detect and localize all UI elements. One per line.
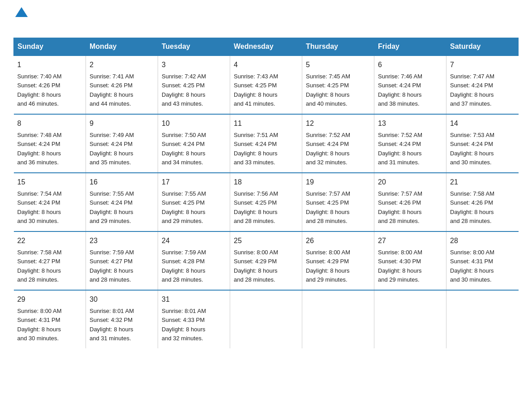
day-number: 22 (17, 235, 82, 246)
calendar-cell: 27 Sunrise: 8:00 AMSunset: 4:30 PMDaylig… (374, 231, 446, 290)
calendar-week-row: 22 Sunrise: 7:58 AMSunset: 4:27 PMDaylig… (14, 231, 519, 290)
day-info: Sunrise: 8:01 AMSunset: 4:33 PMDaylight:… (162, 308, 206, 342)
calendar-cell: 23 Sunrise: 7:59 AMSunset: 4:27 PMDaylig… (86, 231, 158, 290)
day-number: 25 (234, 235, 298, 246)
day-number: 17 (162, 177, 226, 188)
day-info: Sunrise: 8:01 AMSunset: 4:32 PMDaylight:… (90, 308, 134, 342)
day-info: Sunrise: 8:00 AMSunset: 4:31 PMDaylight:… (450, 249, 494, 283)
day-info: Sunrise: 7:56 AMSunset: 4:25 PMDaylight:… (234, 190, 278, 224)
calendar-cell: 22 Sunrise: 7:58 AMSunset: 4:27 PMDaylig… (14, 231, 86, 290)
calendar-week-row: 15 Sunrise: 7:54 AMSunset: 4:24 PMDaylig… (14, 173, 519, 231)
day-number: 27 (378, 235, 442, 246)
day-number: 6 (378, 60, 442, 70)
calendar-cell: 4 Sunrise: 7:43 AMSunset: 4:25 PMDayligh… (230, 56, 302, 114)
day-of-week-header: Saturday (446, 38, 519, 56)
calendar-cell: 5 Sunrise: 7:45 AMSunset: 4:25 PMDayligh… (302, 56, 374, 114)
calendar-cell: 17 Sunrise: 7:55 AMSunset: 4:25 PMDaylig… (158, 173, 230, 231)
calendar-cell: 8 Sunrise: 7:48 AMSunset: 4:24 PMDayligh… (14, 114, 86, 173)
calendar-cell: 20 Sunrise: 7:57 AMSunset: 4:26 PMDaylig… (374, 173, 446, 231)
day-of-week-header: Sunday (14, 38, 86, 56)
day-info: Sunrise: 7:41 AMSunset: 4:26 PMDaylight:… (90, 73, 134, 107)
day-number: 16 (90, 177, 154, 188)
calendar-week-row: 29 Sunrise: 8:00 AMSunset: 4:31 PMDaylig… (14, 290, 519, 348)
calendar-cell: 15 Sunrise: 7:54 AMSunset: 4:24 PMDaylig… (14, 173, 86, 231)
day-number: 11 (234, 118, 298, 129)
day-info: Sunrise: 7:59 AMSunset: 4:27 PMDaylight:… (90, 249, 134, 283)
calendar-header-row: SundayMondayTuesdayWednesdayThursdayFrid… (14, 38, 519, 56)
logo-bottom-row: General (13, 14, 62, 29)
day-info: Sunrise: 7:43 AMSunset: 4:25 PMDaylight:… (234, 73, 278, 107)
day-number: 12 (306, 118, 370, 129)
day-info: Sunrise: 7:51 AMSunset: 4:24 PMDaylight:… (234, 132, 278, 166)
day-number: 30 (90, 294, 154, 305)
day-of-week-header: Friday (374, 38, 446, 56)
day-number: 28 (450, 235, 515, 246)
day-info: Sunrise: 7:57 AMSunset: 4:26 PMDaylight:… (378, 190, 422, 224)
day-number: 7 (450, 60, 515, 70)
day-info: Sunrise: 7:46 AMSunset: 4:24 PMDaylight:… (378, 73, 422, 107)
day-number: 23 (90, 235, 154, 246)
calendar-cell: 2 Sunrise: 7:41 AMSunset: 4:26 PMDayligh… (86, 56, 158, 114)
calendar-cell: 26 Sunrise: 8:00 AMSunset: 4:29 PMDaylig… (302, 231, 374, 290)
calendar-cell: 24 Sunrise: 7:59 AMSunset: 4:28 PMDaylig… (158, 231, 230, 290)
day-info: Sunrise: 7:48 AMSunset: 4:24 PMDaylight:… (17, 132, 62, 166)
day-info: Sunrise: 7:55 AMSunset: 4:24 PMDaylight:… (90, 190, 134, 224)
calendar-cell: 18 Sunrise: 7:56 AMSunset: 4:25 PMDaylig… (230, 173, 302, 231)
calendar-cell: 13 Sunrise: 7:52 AMSunset: 4:24 PMDaylig… (374, 114, 446, 173)
day-info: Sunrise: 8:00 AMSunset: 4:30 PMDaylight:… (378, 249, 422, 283)
page-header: General (13, 9, 519, 29)
day-number: 10 (162, 118, 226, 129)
calendar-cell: 1 Sunrise: 7:40 AMSunset: 4:26 PMDayligh… (14, 56, 86, 114)
day-info: Sunrise: 7:42 AMSunset: 4:25 PMDaylight:… (162, 73, 206, 107)
calendar-cell: 25 Sunrise: 8:00 AMSunset: 4:29 PMDaylig… (230, 231, 302, 290)
day-of-week-header: Monday (86, 38, 158, 56)
day-of-week-header: Tuesday (158, 38, 230, 56)
day-number: 5 (306, 60, 370, 70)
calendar-table: SundayMondayTuesdayWednesdayThursdayFrid… (13, 38, 519, 348)
day-number: 21 (450, 177, 515, 188)
day-info: Sunrise: 7:55 AMSunset: 4:25 PMDaylight:… (162, 190, 206, 224)
calendar-cell (374, 290, 446, 348)
calendar-cell: 28 Sunrise: 8:00 AMSunset: 4:31 PMDaylig… (446, 231, 519, 290)
calendar-cell: 19 Sunrise: 7:57 AMSunset: 4:25 PMDaylig… (302, 173, 374, 231)
day-number: 13 (378, 118, 442, 129)
day-number: 14 (450, 118, 515, 129)
logo: General (13, 9, 62, 29)
calendar-cell: 6 Sunrise: 7:46 AMSunset: 4:24 PMDayligh… (374, 56, 446, 114)
day-info: Sunrise: 7:40 AMSunset: 4:26 PMDaylight:… (17, 73, 62, 107)
calendar-cell: 31 Sunrise: 8:01 AMSunset: 4:33 PMDaylig… (158, 290, 230, 348)
day-number: 4 (234, 60, 298, 70)
day-number: 31 (162, 294, 226, 305)
day-number: 2 (90, 60, 154, 70)
calendar-cell (302, 290, 374, 348)
day-info: Sunrise: 7:54 AMSunset: 4:24 PMDaylight:… (17, 190, 62, 224)
day-info: Sunrise: 7:52 AMSunset: 4:24 PMDaylight:… (306, 132, 350, 166)
calendar-cell: 21 Sunrise: 7:58 AMSunset: 4:26 PMDaylig… (446, 173, 519, 231)
day-info: Sunrise: 7:53 AMSunset: 4:24 PMDaylight:… (450, 132, 494, 166)
day-number: 29 (17, 294, 82, 305)
day-info: Sunrise: 8:00 AMSunset: 4:31 PMDaylight:… (17, 308, 62, 342)
calendar-week-row: 1 Sunrise: 7:40 AMSunset: 4:26 PMDayligh… (14, 56, 519, 114)
calendar-cell (230, 290, 302, 348)
day-info: Sunrise: 7:45 AMSunset: 4:25 PMDaylight:… (306, 73, 350, 107)
calendar-cell: 10 Sunrise: 7:50 AMSunset: 4:24 PMDaylig… (158, 114, 230, 173)
calendar-week-row: 8 Sunrise: 7:48 AMSunset: 4:24 PMDayligh… (14, 114, 519, 173)
calendar-cell: 9 Sunrise: 7:49 AMSunset: 4:24 PMDayligh… (86, 114, 158, 173)
day-info: Sunrise: 7:47 AMSunset: 4:24 PMDaylight:… (450, 73, 494, 107)
day-info: Sunrise: 7:58 AMSunset: 4:26 PMDaylight:… (450, 190, 494, 224)
day-number: 15 (17, 177, 82, 188)
day-number: 9 (90, 118, 154, 129)
day-of-week-header: Wednesday (230, 38, 302, 56)
day-of-week-header: Thursday (302, 38, 374, 56)
calendar-cell: 30 Sunrise: 8:01 AMSunset: 4:32 PMDaylig… (86, 290, 158, 348)
calendar-cell (446, 290, 519, 348)
day-number: 20 (378, 177, 442, 188)
calendar-cell: 11 Sunrise: 7:51 AMSunset: 4:24 PMDaylig… (230, 114, 302, 173)
day-number: 19 (306, 177, 370, 188)
day-number: 26 (306, 235, 370, 246)
day-info: Sunrise: 7:58 AMSunset: 4:27 PMDaylight:… (17, 249, 62, 283)
day-info: Sunrise: 7:50 AMSunset: 4:24 PMDaylight:… (162, 132, 206, 166)
calendar-cell: 14 Sunrise: 7:53 AMSunset: 4:24 PMDaylig… (446, 114, 519, 173)
day-info: Sunrise: 7:52 AMSunset: 4:24 PMDaylight:… (378, 132, 422, 166)
day-info: Sunrise: 8:00 AMSunset: 4:29 PMDaylight:… (234, 249, 278, 283)
